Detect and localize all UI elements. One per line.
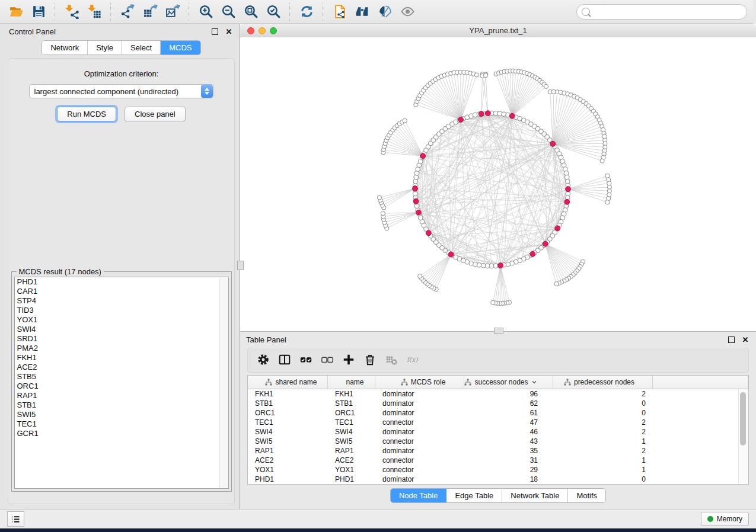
mcds-result-node[interactable]: SRD1 bbox=[15, 334, 228, 344]
table-row[interactable]: ORC1ORC1dominator610 bbox=[248, 408, 748, 418]
settings-gear-button[interactable] bbox=[253, 350, 274, 370]
table-cell[interactable]: STB1 bbox=[328, 399, 375, 408]
show-graphics-details-button[interactable] bbox=[397, 2, 417, 21]
column-header-predecessor-nodes[interactable]: predecessor nodes bbox=[553, 376, 653, 389]
zoom-fit-button[interactable] bbox=[241, 2, 261, 21]
table-cell[interactable]: 2 bbox=[553, 427, 653, 437]
tab-mcds[interactable]: MCDS bbox=[161, 41, 200, 55]
table-cell[interactable]: ACE2 bbox=[248, 456, 328, 465]
table-cell[interactable]: STB1 bbox=[248, 399, 328, 408]
float-table-panel-icon[interactable] bbox=[726, 335, 736, 344]
table-cell[interactable]: 0 bbox=[553, 475, 653, 484]
table-cell[interactable]: 1 bbox=[553, 437, 653, 446]
table-cell[interactable]: 43 bbox=[464, 437, 553, 446]
horizontal-splitter-handle[interactable] bbox=[494, 328, 503, 334]
run-mcds-button[interactable]: Run MCDS bbox=[57, 107, 116, 121]
table-row[interactable]: TEC1TEC1connector472 bbox=[248, 418, 748, 427]
table-cell[interactable]: ORC1 bbox=[328, 408, 375, 418]
table-row[interactable]: FKH1FKH1dominator962 bbox=[248, 389, 748, 399]
table-cell[interactable]: ACE2 bbox=[328, 456, 375, 465]
zoom-selected-button[interactable] bbox=[263, 2, 283, 21]
mcds-result-node[interactable]: SWI4 bbox=[15, 325, 228, 334]
float-panel-icon[interactable] bbox=[210, 27, 219, 36]
table-cell[interactable]: 46 bbox=[464, 427, 553, 437]
table-cell[interactable]: SWI4 bbox=[248, 427, 328, 437]
table-cell[interactable]: 2 bbox=[553, 389, 653, 399]
table-cell[interactable]: dominator bbox=[375, 389, 464, 399]
table-tab-edge-table[interactable]: Edge Table bbox=[446, 489, 502, 502]
hide-graphics-details-button[interactable] bbox=[375, 2, 395, 21]
table-cell[interactable]: 0 bbox=[553, 408, 653, 418]
table-cell[interactable]: 29 bbox=[464, 465, 553, 475]
deselect-all-checkboxes-button[interactable] bbox=[317, 350, 338, 370]
export-table-button[interactable] bbox=[140, 2, 160, 21]
open-folder-button[interactable] bbox=[6, 2, 26, 21]
save-session-button[interactable] bbox=[28, 2, 49, 21]
tab-style[interactable]: Style bbox=[88, 41, 122, 55]
tab-network[interactable]: Network bbox=[42, 41, 88, 55]
table-cell[interactable]: TEC1 bbox=[328, 418, 375, 427]
table-row[interactable]: YOX1YOX1connector291 bbox=[248, 465, 748, 475]
table-cell[interactable]: dominator bbox=[375, 475, 464, 484]
table-cell[interactable]: 1 bbox=[553, 465, 653, 475]
table-tab-network-table[interactable]: Network Table bbox=[502, 489, 568, 502]
network-search-button[interactable] bbox=[352, 2, 372, 21]
table-cell[interactable]: YOX1 bbox=[248, 465, 328, 475]
table-cell[interactable]: 96 bbox=[464, 389, 553, 399]
table-cell[interactable]: dominator bbox=[375, 399, 464, 408]
table-cell[interactable]: SWI5 bbox=[328, 437, 375, 446]
network-canvas[interactable] bbox=[240, 37, 756, 331]
import-network-button[interactable] bbox=[62, 2, 82, 21]
mcds-result-node[interactable]: PMA2 bbox=[15, 344, 228, 353]
table-cell[interactable]: YOX1 bbox=[328, 465, 375, 475]
delete-column-button[interactable] bbox=[359, 350, 381, 370]
zoom-in-button[interactable] bbox=[196, 2, 216, 21]
mcds-result-node[interactable]: TID3 bbox=[15, 306, 228, 315]
table-row[interactable]: PHD1PHD1dominator180 bbox=[248, 475, 748, 484]
export-network-button[interactable] bbox=[117, 2, 138, 21]
mcds-result-node[interactable]: ACE2 bbox=[15, 363, 228, 372]
table-cell[interactable]: 0 bbox=[553, 399, 653, 408]
table-cell[interactable]: 61 bbox=[464, 408, 553, 418]
column-header-MCDS-role[interactable]: MCDS role bbox=[375, 376, 464, 389]
table-cell[interactable]: 47 bbox=[464, 418, 553, 427]
mcds-result-node[interactable]: RAP1 bbox=[15, 391, 228, 400]
select-all-checkboxes-button[interactable] bbox=[295, 350, 317, 370]
table-cell[interactable]: FKH1 bbox=[248, 389, 328, 399]
memory-button[interactable]: Memory bbox=[701, 512, 749, 526]
mcds-result-node[interactable]: PHD1 bbox=[15, 277, 228, 287]
table-cell[interactable]: dominator bbox=[375, 446, 464, 456]
table-cell[interactable]: dominator bbox=[375, 427, 464, 437]
mcds-result-node[interactable]: YOX1 bbox=[15, 315, 228, 325]
table-cell[interactable]: connector bbox=[375, 465, 464, 475]
column-header-shared-name[interactable]: shared name bbox=[248, 376, 328, 389]
mcds-result-node[interactable]: STP4 bbox=[15, 296, 228, 306]
export-image-button[interactable] bbox=[162, 2, 183, 21]
search-input[interactable] bbox=[576, 4, 747, 20]
table-tab-motifs[interactable]: Motifs bbox=[568, 489, 605, 502]
close-panel-icon[interactable]: ✕ bbox=[224, 27, 234, 36]
split-view-button[interactable] bbox=[274, 350, 295, 370]
table-cell[interactable]: FKH1 bbox=[328, 389, 375, 399]
mcds-result-node[interactable]: STB1 bbox=[15, 400, 228, 410]
table-cell[interactable]: dominator bbox=[375, 408, 464, 418]
column-header-successor-nodes[interactable]: successor nodes bbox=[464, 376, 553, 389]
zoom-out-button[interactable] bbox=[218, 2, 238, 21]
mcds-result-node[interactable]: TEC1 bbox=[15, 419, 228, 429]
table-cell[interactable]: connector bbox=[375, 456, 464, 465]
table-cell[interactable]: 1 bbox=[553, 456, 653, 465]
mcds-result-node[interactable]: FKH1 bbox=[15, 353, 228, 363]
table-cell[interactable]: 2 bbox=[553, 418, 653, 427]
table-scrollbar[interactable] bbox=[738, 389, 748, 483]
column-header-name[interactable]: name bbox=[328, 376, 375, 389]
table-cell[interactable]: 62 bbox=[464, 399, 553, 408]
import-table-button[interactable] bbox=[84, 2, 104, 21]
mcds-result-node[interactable]: GCR1 bbox=[15, 429, 228, 438]
table-cell[interactable]: PHD1 bbox=[248, 475, 328, 484]
table-cell[interactable]: RAP1 bbox=[328, 446, 375, 456]
mcds-result-node[interactable]: ORC1 bbox=[15, 382, 228, 391]
table-row[interactable]: SWI5SWI5connector431 bbox=[248, 437, 748, 446]
close-table-panel-icon[interactable]: ✕ bbox=[741, 335, 750, 344]
mcds-result-node[interactable]: CAR1 bbox=[15, 287, 228, 296]
mcds-result-list[interactable]: PHD1CAR1STP4TID3YOX1SWI4SRD1PMA2FKH1ACE2… bbox=[14, 277, 229, 489]
